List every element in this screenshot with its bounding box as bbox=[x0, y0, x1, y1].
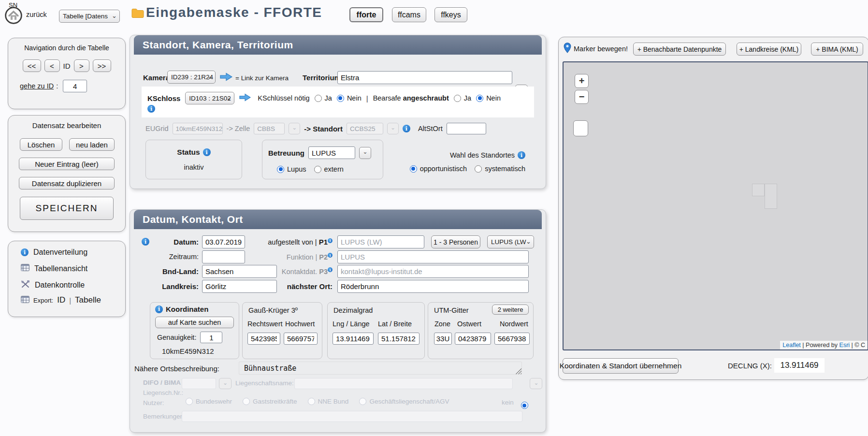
prev-record-button[interactable]: < bbox=[44, 59, 60, 72]
back-link[interactable]: zurück bbox=[26, 11, 47, 18]
bemerkungen-label: Bemerkungen: bbox=[143, 413, 186, 420]
declng-value: 13.911469 bbox=[774, 358, 825, 373]
utm-box: UTM-Gitter 2 weitere Zone Ostwert Nordwe… bbox=[428, 302, 534, 359]
app-link-ffcams[interactable]: ffcams bbox=[392, 7, 426, 22]
more-coords-button[interactable]: 2 weitere bbox=[492, 305, 529, 315]
last-record-button[interactable]: >> bbox=[93, 59, 111, 72]
difo-label: DIFO / BIMA bbox=[143, 379, 181, 386]
kamera-select[interactable]: ID239 : 21R24 bbox=[167, 71, 216, 84]
data-distribution-item[interactable]: Datenverteilung bbox=[21, 248, 87, 257]
app-root: SN zurück Tabelle [Datens Eingabemaske -… bbox=[0, 0, 868, 436]
goto-id-link[interactable]: gehe zu ID bbox=[20, 82, 54, 90]
leaflet-link[interactable]: Leaflet bbox=[782, 342, 801, 349]
bearsafe-nein-radio[interactable] bbox=[476, 95, 483, 102]
first-record-button[interactable]: << bbox=[23, 59, 41, 72]
navigation-title: Navigation durch die Tabelle bbox=[8, 44, 125, 52]
difo-dropdown-button bbox=[219, 378, 231, 389]
genauigkeit-input[interactable] bbox=[200, 332, 222, 343]
lock-link-arrow-icon[interactable] bbox=[239, 93, 251, 103]
export-table-link[interactable]: Tabelle bbox=[75, 295, 101, 305]
ort-input[interactable] bbox=[337, 280, 529, 293]
data-control-item[interactable]: Datenkontrolle bbox=[21, 280, 85, 290]
zelle-dropdown-button bbox=[289, 123, 300, 134]
wahl-systematisch-radio[interactable] bbox=[475, 165, 482, 173]
app-link-ffkeys[interactable]: ffkeys bbox=[434, 7, 467, 22]
p2-info-icon[interactable] bbox=[328, 253, 333, 258]
app-link-fforte[interactable]: fforte bbox=[349, 7, 383, 22]
p1-input[interactable] bbox=[337, 235, 424, 248]
apply-coordinates-button[interactable]: Koordinaten & Standort übernehmen bbox=[563, 358, 679, 374]
kschluessel-nein-radio[interactable] bbox=[337, 95, 344, 102]
duplicate-button[interactable]: Datensatz duplizieren bbox=[19, 177, 115, 189]
betreuung-input[interactable] bbox=[308, 146, 355, 159]
zoom-out-button[interactable]: − bbox=[575, 90, 589, 104]
p3-input[interactable] bbox=[337, 265, 529, 278]
koordinaten-info-icon[interactable] bbox=[155, 305, 163, 313]
wahl-info-icon[interactable] bbox=[518, 151, 525, 159]
camera-link-arrow-icon[interactable] bbox=[220, 73, 232, 83]
funktion-label: Funktion | P2 bbox=[221, 253, 333, 261]
bearsafe-ja-radio[interactable] bbox=[454, 95, 461, 102]
datenpunkte-button[interactable]: + Benachbarte Datenpunkte bbox=[633, 43, 726, 56]
location-panel-title: Standort, Kamera, Territorium bbox=[134, 35, 542, 55]
map-panel: Marker bewegen! + Benachbarte Datenpunkt… bbox=[558, 37, 868, 380]
ortsbeschreibung-textarea[interactable] bbox=[239, 362, 522, 375]
standort-dropdown-button bbox=[387, 123, 399, 134]
next-record-button[interactable]: > bbox=[74, 59, 89, 72]
ostwert-label: Ostwert bbox=[457, 320, 481, 328]
hochwert-input[interactable] bbox=[284, 333, 318, 345]
standort-info-icon[interactable] bbox=[403, 125, 410, 132]
rechtswert-input[interactable] bbox=[247, 333, 280, 345]
table-view-label: Tabellenansicht bbox=[34, 264, 87, 273]
table-view-item[interactable]: Tabellenansicht bbox=[21, 264, 87, 273]
p1-info-icon[interactable] bbox=[328, 238, 333, 243]
lng-input[interactable] bbox=[333, 333, 374, 345]
personen-select[interactable]: LUPUS (LW bbox=[487, 235, 534, 248]
table-icon bbox=[21, 296, 29, 305]
kschloss-info-icon[interactable] bbox=[147, 105, 155, 113]
reload-button[interactable]: neu laden bbox=[69, 138, 115, 151]
lat-input[interactable] bbox=[378, 333, 420, 345]
nutzer-nne-bund-radio bbox=[308, 398, 315, 405]
liegenschaft-dropdown-button bbox=[530, 378, 542, 389]
delete-button[interactable]: Löschen bbox=[20, 138, 62, 151]
altstort-input[interactable] bbox=[447, 123, 486, 134]
betreuung-box: Betreuung Lupus extern bbox=[262, 140, 383, 179]
landkreise-kml-button[interactable]: + Landkreise (KML) bbox=[737, 43, 801, 56]
ostwert-input[interactable] bbox=[455, 333, 491, 345]
map-attribution: Leaflet | Powered by Esri | © C bbox=[780, 341, 868, 349]
nordwert-input[interactable] bbox=[494, 333, 530, 345]
goto-id-input[interactable] bbox=[63, 80, 87, 92]
wahl-opportunistisch-radio[interactable] bbox=[410, 165, 417, 173]
status-info-icon[interactable] bbox=[203, 148, 211, 156]
p2-input[interactable] bbox=[337, 250, 529, 263]
leaflet-map[interactable]: + − Leaflet | Powered by Esri | © C bbox=[563, 61, 868, 350]
map-search-button[interactable]: auf Karte suchen bbox=[155, 317, 234, 328]
esri-link[interactable]: Esri bbox=[839, 342, 850, 349]
export-id-link[interactable]: ID bbox=[57, 295, 65, 305]
p3-info-icon[interactable] bbox=[328, 267, 333, 272]
save-button[interactable]: SPEICHERN bbox=[20, 197, 114, 220]
kschluessel-label: KSchlüssel nötig bbox=[258, 94, 309, 102]
tools-icon bbox=[21, 280, 30, 290]
new-entry-button[interactable]: Neuer Eintrag (leer) bbox=[19, 158, 115, 170]
table-select[interactable]: Tabelle [Datens bbox=[59, 10, 120, 23]
bima-kml-button[interactable]: + BIMA (KML) bbox=[811, 43, 863, 56]
betreuung-label: Betreuung bbox=[268, 149, 304, 157]
territorium-input[interactable] bbox=[337, 71, 512, 84]
betreuung-lupus-radio[interactable] bbox=[277, 166, 284, 173]
kschloss-select[interactable]: ID103 : 21S02 bbox=[185, 92, 234, 104]
map-control-button[interactable] bbox=[573, 120, 588, 136]
zone-input[interactable] bbox=[434, 333, 452, 345]
personen-button[interactable]: 1 - 3 Personen bbox=[431, 235, 480, 248]
liegensch-nr-label: Liegensch.Nr.: bbox=[143, 389, 183, 396]
bndland-label: Bnd-Land: bbox=[152, 267, 199, 276]
home-icon[interactable] bbox=[4, 6, 23, 25]
nutzer-bundeswehr-radio bbox=[186, 398, 193, 405]
datum-info-icon[interactable] bbox=[142, 238, 149, 246]
zoom-in-button[interactable]: + bbox=[575, 74, 589, 88]
betreuung-dropdown-button[interactable] bbox=[359, 147, 371, 159]
ortsbeschreibung-label: Nähere Ortsbeschreibung: bbox=[134, 364, 219, 373]
kschluessel-ja-radio[interactable] bbox=[315, 95, 322, 102]
betreuung-extern-radio[interactable] bbox=[314, 166, 321, 173]
